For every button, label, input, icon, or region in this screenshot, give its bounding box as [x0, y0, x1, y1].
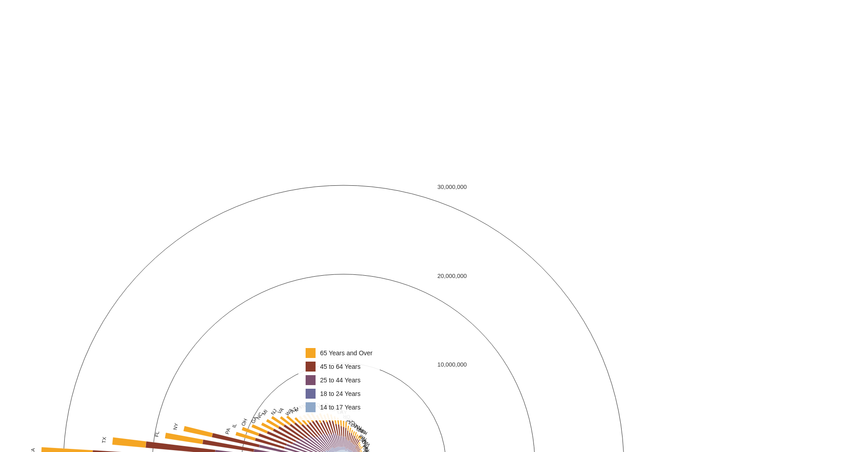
legend-item-18to24: 18 to 24 Years [306, 389, 373, 399]
legend-item-25to44: 25 to 44 Years [306, 375, 373, 385]
legend-swatch-18to24 [306, 389, 316, 399]
chart-container: 65 Years and Over 45 to 64 Years 25 to 4… [0, 0, 868, 452]
legend-swatch-25to44 [306, 375, 316, 385]
legend-label-18to24: 18 to 24 Years [320, 390, 361, 397]
legend-label-14to17: 14 to 17 Years [320, 404, 361, 411]
legend-item-65plus: 65 Years and Over [306, 348, 373, 358]
legend-item-45to64: 45 to 64 Years [306, 362, 373, 372]
legend-swatch-14to17 [306, 402, 316, 412]
legend-swatch-45to64 [306, 362, 316, 372]
radial-bar-chart [0, 0, 868, 452]
chart-legend: 65 Years and Over 45 to 64 Years 25 to 4… [298, 344, 380, 420]
legend-label-25to44: 25 to 44 Years [320, 377, 361, 384]
legend-label-65plus: 65 Years and Over [320, 349, 373, 357]
legend-item-14to17: 14 to 17 Years [306, 402, 373, 412]
legend-label-45to64: 45 to 64 Years [320, 363, 361, 370]
legend-swatch-65plus [306, 348, 316, 358]
